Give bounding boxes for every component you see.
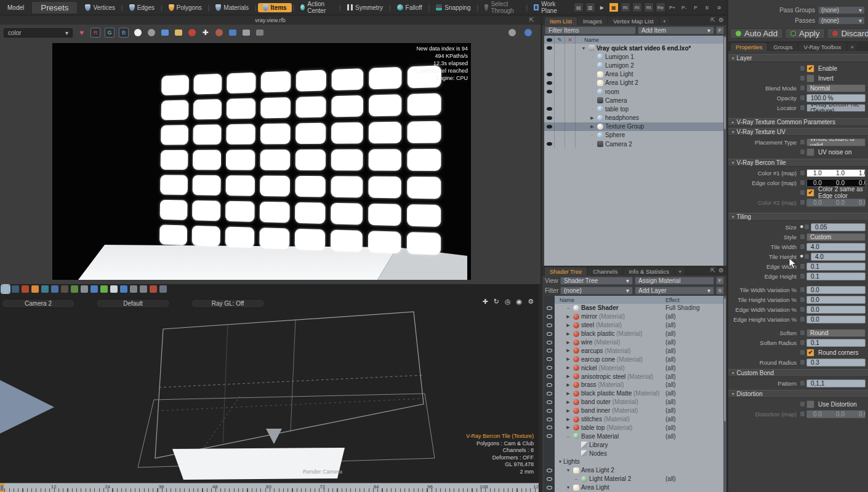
shader-row-base-material[interactable]: –Base Material(all): [544, 432, 726, 440]
field-tile-height[interactable]: 4.0: [811, 253, 866, 261]
view-circle-icon[interactable]: [524, 29, 532, 36]
visibility-eye-icon[interactable]: [547, 357, 552, 361]
visibility-eye-icon[interactable]: [547, 486, 552, 490]
expand-arrow-icon[interactable]: ▶: [565, 374, 571, 379]
visibility-eye-icon[interactable]: [547, 375, 552, 378]
timeline-playhead[interactable]: [0, 483, 4, 492]
shader-row-steel[interactable]: ▶steel (Material)(all): [544, 321, 726, 330]
effect-value[interactable]: (all): [665, 381, 676, 388]
viewport-3d[interactable]: Camera 2 Default Ray GL: Off ✚↻◎◉⚙ Rende…: [0, 284, 539, 483]
render-item-button-4[interactable]: Re: [656, 2, 665, 12]
region-icon[interactable]: [228, 28, 237, 38]
shader-filter-dropdown[interactable]: (none)▾: [560, 287, 633, 295]
blue-channel-toggle[interactable]: B: [119, 28, 129, 38]
panel-gear-icon[interactable]: ⚙: [718, 17, 724, 23]
visibility-eye-icon[interactable]: [547, 418, 552, 421]
effect-value[interactable]: (all): [665, 416, 676, 423]
visibility-eye-icon[interactable]: [547, 90, 552, 93]
expand-arrow-icon[interactable]: –: [573, 477, 579, 481]
expand-arrow-icon[interactable]: ▶: [565, 417, 571, 422]
checker-alt-icon[interactable]: [255, 28, 264, 38]
envelope-button[interactable]: [800, 180, 805, 186]
pan-cross-icon[interactable]: ✚: [201, 28, 210, 38]
field-edge-height-variation-[interactable]: 0.0: [806, 315, 866, 323]
envelope-button[interactable]: [804, 224, 810, 230]
render-item-button-1[interactable]: Ri: [621, 2, 630, 12]
raygl-dropdown[interactable]: Ray GL: Off: [191, 299, 265, 308]
shader-row-band-outer[interactable]: ▶band outer (Material)(all): [544, 398, 726, 407]
visibility-eye-icon[interactable]: [547, 315, 552, 319]
panel-gear-icon[interactable]: ⚙: [718, 267, 724, 274]
envelope-button[interactable]: [800, 95, 805, 101]
shader-tree-tab--[interactable]: +: [675, 268, 685, 276]
visibility-eye-icon[interactable]: [547, 341, 552, 344]
auto-add-button[interactable]: Auto Add: [730, 28, 783, 39]
shader-f-button[interactable]: F: [716, 277, 724, 285]
expand-arrow-icon[interactable]: ▶: [565, 357, 571, 362]
viewport-toolbar-icon-12[interactable]: [110, 285, 118, 293]
render-item-button-3[interactable]: Rt: [644, 2, 654, 12]
shader-tree-tab-shader-tree[interactable]: Shader Tree: [545, 268, 587, 276]
effect-value[interactable]: (all): [665, 330, 676, 337]
viewport-toolbar-icon-7[interactable]: [61, 285, 68, 293]
expand-arrow-icon[interactable]: ▶: [565, 340, 571, 345]
envelope-button[interactable]: [800, 234, 805, 240]
expand-arrow-icon[interactable]: ▶: [565, 365, 571, 370]
envelope-button[interactable]: [800, 139, 805, 145]
properties-tab-v-ray-toolbox[interactable]: V-Ray Toolbox: [798, 43, 846, 51]
filter-button[interactable]: F: [716, 26, 724, 34]
viewport-toolbar-icon-5[interactable]: [41, 285, 49, 293]
view-dropdown[interactable]: Shader Tree▾: [560, 277, 633, 285]
shader-tree-tab-channels[interactable]: Channels: [588, 268, 622, 276]
envelope-button[interactable]: [800, 189, 805, 196]
tab-select-through[interactable]: Select Through: [480, 0, 524, 15]
effect-value[interactable]: (all): [665, 390, 676, 397]
presets-button[interactable]: Presets: [31, 1, 78, 14]
envelope-button[interactable]: [800, 105, 805, 111]
properties-tab-groups[interactable]: Groups: [768, 43, 797, 51]
viewport-toolbar-icon-13[interactable]: [120, 285, 127, 293]
field-edge-width[interactable]: 0.1: [806, 263, 866, 271]
visibility-eye-icon[interactable]: [547, 332, 552, 336]
envelope-button[interactable]: [800, 170, 805, 176]
visibility-eye-icon[interactable]: [547, 81, 552, 85]
tab-snapping[interactable]: Snapping: [431, 3, 475, 12]
shader-row-band-inner[interactable]: ▶band inner (Material)(all): [544, 407, 726, 415]
environment-button[interactable]: E: [702, 2, 712, 12]
visibility-eye-icon[interactable]: [547, 409, 552, 413]
effect-value[interactable]: (all): [665, 347, 676, 354]
tab-polygons[interactable]: Polygons: [164, 3, 207, 12]
item-row-headphones[interactable]: ▶headphones: [544, 114, 726, 122]
shader-row-library[interactable]: Library: [544, 440, 726, 449]
dropdown-blend-mode[interactable]: Normal: [806, 84, 866, 92]
visibility-eye-icon[interactable]: [547, 477, 552, 481]
apply-button[interactable]: Apply: [785, 28, 825, 39]
envelope-button[interactable]: [800, 273, 805, 279]
help-button[interactable]: ⊘: [714, 2, 724, 12]
viewport-toolbar-icon-15[interactable]: [140, 285, 147, 293]
section-header-v-ray-texture-common-parameters[interactable]: ▸V-Ray Texture Common Parameters: [728, 118, 868, 126]
item-row-area-light-2[interactable]: ·Area Light 2: [544, 79, 726, 87]
viewport-toolbar-icon-6[interactable]: [51, 285, 58, 293]
section-header-layer[interactable]: ▾Layer: [728, 54, 868, 62]
tab-symmetry[interactable]: Symmetry: [342, 3, 388, 12]
envelope-button[interactable]: [800, 306, 805, 312]
effect-value[interactable]: (all): [665, 433, 676, 440]
field-round-radius[interactable]: 0.3: [806, 359, 866, 367]
item-row-camera-2[interactable]: ·Camera 2: [544, 140, 726, 148]
zoom-icon[interactable]: ◎: [505, 298, 511, 306]
shader-row-light-material-2[interactable]: –Light Material 2(all): [544, 475, 726, 483]
properties-tab--[interactable]: +: [848, 43, 858, 51]
checkbox-uv-noise-on[interactable]: [806, 148, 814, 156]
shader-row-mirror[interactable]: ▶mirror (Material)(all): [544, 312, 726, 321]
envelope-button[interactable]: [800, 330, 805, 336]
heart-icon[interactable]: ♥: [77, 28, 86, 38]
tab-falloff[interactable]: Falloff: [392, 3, 427, 12]
visibility-eye-icon[interactable]: [547, 400, 552, 404]
effect-value[interactable]: (all): [665, 475, 676, 482]
envelope-button[interactable]: [800, 349, 805, 355]
visibility-eye-icon[interactable]: [547, 426, 552, 429]
tab-materials[interactable]: Materials: [211, 3, 254, 12]
properties-tab-properties[interactable]: Properties: [731, 43, 767, 51]
field-tile-height-variation-[interactable]: 0.0: [806, 296, 866, 304]
